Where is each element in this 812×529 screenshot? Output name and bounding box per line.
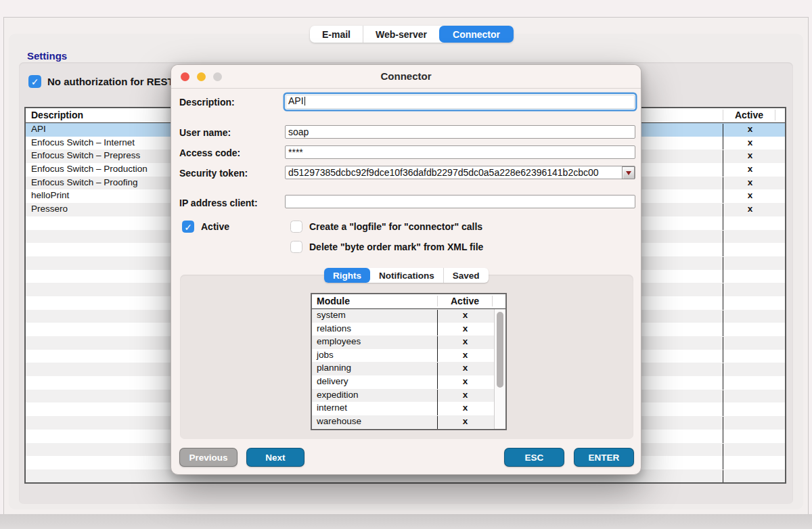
active-cell: [723, 323, 777, 337]
active-cell: x: [723, 164, 777, 177]
active-cell: [723, 231, 777, 244]
module-table-row[interactable]: planningx: [312, 362, 505, 375]
desktop: E-mail Web-server Connector Settings No …: [0, 0, 812, 529]
active-column-header[interactable]: Active: [723, 110, 775, 120]
description-cell: Pressero: [31, 204, 68, 214]
module-table-row[interactable]: relationsx: [312, 323, 505, 336]
byte-order-mark-checkbox[interactable]: [290, 241, 302, 253]
byte-order-mark-checkbox-row: Delete "byte order mark" from XML file: [290, 241, 483, 253]
module-cell: warehouse: [317, 416, 361, 426]
settings-section-label: Settings: [27, 50, 67, 62]
next-button[interactable]: Next: [246, 448, 304, 467]
module-table-row[interactable]: internetx: [312, 402, 505, 415]
module-cell: internet: [317, 402, 347, 413]
module-active-cell: x: [437, 402, 493, 416]
active-cell: [723, 403, 777, 417]
security-token-dropdown-button[interactable]: [622, 166, 635, 179]
tab-connector[interactable]: Connector: [439, 26, 514, 43]
module-active-column-header[interactable]: Active: [437, 296, 493, 306]
description-column-header[interactable]: Description: [31, 110, 83, 120]
dialog-titlebar[interactable]: Connector: [171, 65, 641, 89]
description-cell: helloPrint: [31, 190, 69, 200]
module-active-cell: x: [437, 336, 493, 350]
tab-email[interactable]: E-mail: [310, 26, 363, 43]
module-table-row[interactable]: jobsx: [312, 349, 505, 363]
window-bottom-edge: [0, 514, 812, 529]
module-table-row[interactable]: deliveryx: [312, 375, 505, 389]
active-cell: [723, 337, 777, 350]
description-input[interactable]: API: [285, 94, 635, 110]
ip-address-client-input[interactable]: [285, 195, 635, 208]
active-cell: [723, 457, 777, 470]
access-code-input[interactable]: ****: [285, 145, 635, 159]
active-cell: [723, 257, 777, 271]
security-token-input[interactable]: d51297385dcbc92f9dce10f36dafdb2297d5dc0a…: [285, 166, 635, 179]
tab-saved[interactable]: Saved: [443, 268, 489, 283]
top-tab-bar: E-mail Web-server Connector: [310, 26, 514, 43]
active-cell: [723, 417, 777, 430]
active-cell: [723, 297, 777, 310]
module-active-cell: x: [437, 310, 493, 323]
module-active-cell: x: [437, 350, 493, 363]
module-table-row[interactable]: systemx: [312, 309, 505, 323]
logfile-checkbox-row: Create a "logfile" for "connector" calls: [290, 221, 482, 233]
active-checkbox[interactable]: [182, 221, 194, 233]
module-column-header[interactable]: Module: [317, 296, 350, 306]
active-cell: x: [723, 177, 777, 191]
module-cell: delivery: [317, 376, 348, 386]
active-checkbox-row: Active: [182, 221, 229, 233]
active-cell: x: [723, 137, 777, 151]
module-active-cell: x: [437, 390, 493, 403]
active-cell: [723, 271, 777, 284]
description-label: Description:: [179, 97, 235, 108]
no-auth-rest-row: No authorization for REST c: [28, 75, 182, 88]
active-checkbox-label: Active: [201, 221, 229, 232]
module-table-row[interactable]: warehousex: [312, 415, 505, 429]
dialog-tab-bar: Rights Notifications Saved: [324, 268, 489, 283]
module-table-header: Module Active: [312, 294, 505, 309]
description-cell: API: [31, 124, 46, 134]
description-cell: Enfocus Switch – Prepress: [31, 150, 140, 160]
previous-button[interactable]: Previous: [179, 448, 238, 467]
esc-button[interactable]: ESC: [504, 448, 564, 467]
connector-dialog: Connector Description: API User name: so…: [171, 64, 641, 475]
module-table-row[interactable]: employeesx: [312, 336, 505, 349]
active-cell: x: [723, 124, 777, 137]
module-active-cell: x: [437, 323, 493, 337]
byte-order-mark-checkbox-label: Delete "byte order mark" from XML file: [309, 242, 483, 252]
module-active-cell: x: [437, 363, 493, 376]
no-auth-rest-checkbox[interactable]: [28, 75, 41, 88]
active-cell: [723, 430, 777, 444]
description-cell: Enfocus Switch – Internet: [31, 137, 135, 147]
module-table-row[interactable]: expeditionx: [312, 389, 505, 402]
dialog-title: Connector: [171, 70, 641, 82]
active-cell: [723, 377, 777, 390]
tab-notifications[interactable]: Notifications: [370, 268, 443, 283]
ip-address-client-label: IP address client:: [179, 198, 258, 208]
active-cell: [723, 350, 777, 364]
active-cell: [723, 363, 777, 377]
logfile-checkbox[interactable]: [290, 221, 302, 233]
user-name-label: User name:: [179, 127, 231, 138]
module-cell: expedition: [317, 390, 359, 400]
module-cell: employees: [317, 336, 361, 346]
active-cell: [723, 470, 777, 483]
module-active-cell: x: [437, 416, 493, 430]
text-caret: [304, 97, 305, 106]
active-cell: x: [723, 190, 777, 204]
enter-button[interactable]: ENTER: [574, 448, 634, 467]
no-auth-rest-label: No authorization for REST c: [47, 76, 182, 87]
scrollbar-thumb[interactable]: [497, 312, 503, 388]
active-cell: [723, 217, 777, 231]
module-cell: system: [317, 310, 346, 320]
module-table-scrollbar[interactable]: [494, 309, 505, 430]
module-cell: jobs: [317, 350, 334, 360]
active-cell: [723, 283, 777, 297]
module-active-cell: x: [437, 376, 493, 390]
active-cell: [723, 310, 777, 324]
access-code-label: Access code:: [179, 147, 240, 158]
tab-rights[interactable]: Rights: [324, 268, 370, 283]
tab-web-server[interactable]: Web-server: [363, 26, 439, 43]
module-cell: planning: [317, 363, 351, 373]
user-name-input[interactable]: soap: [285, 125, 635, 139]
